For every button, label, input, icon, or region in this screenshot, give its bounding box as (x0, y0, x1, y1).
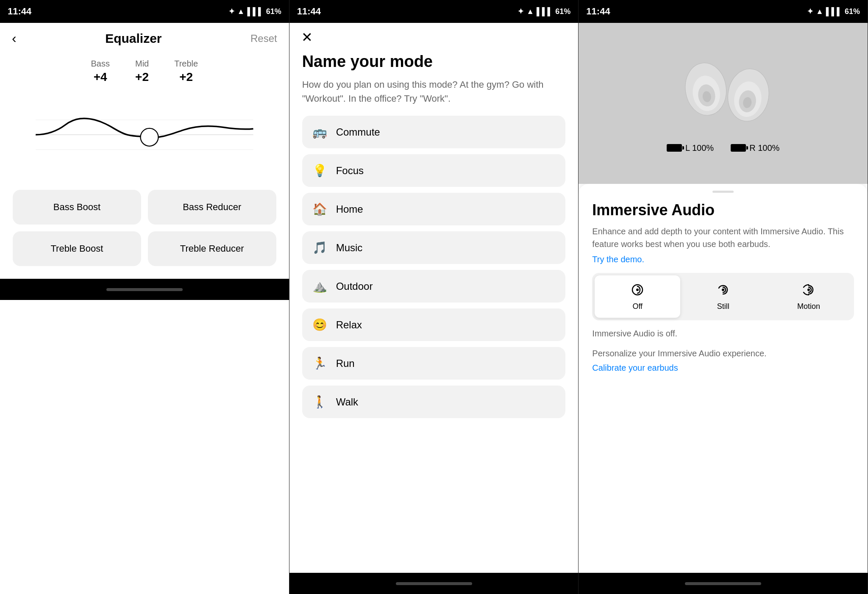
panel-equalizer: 11:44 ✦ ▲ ▌▌▌ 61% ‹ Equalizer Reset Bass… (0, 0, 289, 594)
mode-item-commute[interactable]: 🚌 Commute (302, 116, 566, 148)
mode-label-run: Run (336, 358, 355, 369)
home-bar-3 (685, 582, 761, 585)
signal-icon-2: ▌▌▌ (537, 7, 553, 16)
mode-icon-walk: 🚶 (312, 395, 328, 409)
audio-icon-off (630, 282, 645, 300)
sheet-handle (712, 191, 734, 193)
eq-stats: Bass +4 Mid +2 Treble +2 (0, 50, 289, 88)
mid-label: Mid (135, 59, 149, 69)
eq-mid-stat: Mid +2 (135, 59, 149, 84)
status-icons-2: ✦ ▲ ▌▌▌ 61% (517, 7, 570, 16)
mode-icon-relax: 😊 (312, 318, 328, 332)
bluetooth-icon-3: ✦ (807, 7, 813, 16)
battery-text-1: 61% (266, 7, 281, 16)
home-bar-2 (396, 582, 472, 585)
reset-button[interactable]: Reset (250, 33, 277, 44)
svg-point-14 (722, 289, 724, 291)
mode-label-relax: Relax (336, 319, 362, 331)
mode-item-home[interactable]: 🏠 Home (302, 193, 566, 225)
audio-toggle: Off Still Motion (592, 273, 854, 320)
page-title-equalizer: Equalizer (105, 31, 161, 46)
mode-icon-music: 🎵 (312, 241, 328, 255)
svg-point-15 (807, 289, 810, 291)
name-mode-description: How do you plan on using this mode? At t… (302, 78, 566, 105)
eq-bass-stat: Bass +4 (91, 59, 110, 84)
audio-label-off: Off (632, 302, 643, 311)
mode-label-focus: Focus (336, 165, 364, 177)
name-mode-content: Name your mode How do you plan on using … (289, 48, 579, 573)
mode-list: 🚌 Commute 💡 Focus 🏠 Home 🎵 Music ⛰️ Outd… (302, 116, 566, 418)
immersive-description: Enhance and add depth to your content wi… (592, 225, 854, 250)
mode-item-music[interactable]: 🎵 Music (302, 231, 566, 264)
home-indicator-2 (289, 573, 579, 594)
panel-name-mode: 11:44 ✦ ▲ ▌▌▌ 61% ✕ Name your mode How d… (289, 0, 579, 594)
right-battery: R 100% (731, 143, 779, 153)
battery-text-2: 61% (555, 7, 570, 16)
eq-header: ‹ Equalizer Reset (0, 23, 289, 50)
name-mode-title: Name your mode (302, 53, 566, 71)
battery-indicators: L 100% R 100% (667, 143, 779, 153)
audio-option-motion[interactable]: Motion (766, 275, 851, 318)
preset-bass-reducer[interactable]: Bass Reducer (148, 190, 276, 225)
mid-value: +2 (135, 70, 149, 84)
wifi-icon-2: ▲ (526, 7, 534, 16)
mode-icon-home: 🏠 (312, 202, 328, 216)
right-battery-label: R 100% (749, 143, 779, 153)
bluetooth-icon-2: ✦ (517, 7, 524, 16)
status-bar-1: 11:44 ✦ ▲ ▌▌▌ 61% (0, 0, 289, 23)
bass-value: +4 (94, 70, 107, 84)
audio-icon-motion (801, 282, 816, 300)
mode-label-home: Home (336, 203, 363, 215)
mode-item-walk[interactable]: 🚶 Walk (302, 386, 566, 418)
mode-item-focus[interactable]: 💡 Focus (302, 154, 566, 187)
audio-option-still[interactable]: Still (680, 275, 766, 318)
signal-icon-3: ▌▌▌ (826, 7, 842, 16)
left-battery-icon (667, 144, 682, 152)
eq-presets: Bass Boost Bass Reducer Treble Boost Tre… (0, 181, 289, 279)
wifi-icon-3: ▲ (816, 7, 823, 16)
status-bar-2: 11:44 ✦ ▲ ▌▌▌ 61% (289, 0, 579, 23)
mode-label-walk: Walk (336, 396, 358, 408)
close-button[interactable]: ✕ (301, 31, 313, 44)
earbuds-svg (655, 54, 791, 139)
mode-item-relax[interactable]: 😊 Relax (302, 308, 566, 341)
treble-value: +2 (179, 70, 193, 84)
audio-status: Immersive Audio is off. (592, 329, 854, 339)
mode-icon-run: 🏃 (312, 356, 328, 370)
battery-text-3: 61% (845, 7, 860, 16)
bottom-sheet: Immersive Audio Enhance and add depth to… (579, 184, 868, 573)
mode-label-outdoor: Outdoor (336, 280, 373, 292)
earbud-image-area: L 100% R 100% (579, 23, 868, 184)
mode-icon-outdoor: ⛰️ (312, 279, 328, 293)
panel-immersive-audio: 11:44 ✦ ▲ ▌▌▌ 61% (579, 0, 868, 594)
status-bar-3: 11:44 ✦ ▲ ▌▌▌ 61% (579, 0, 868, 23)
left-battery-label: L 100% (685, 143, 714, 153)
treble-label: Treble (174, 59, 198, 69)
left-battery: L 100% (667, 143, 714, 153)
preset-treble-boost[interactable]: Treble Boost (13, 231, 141, 266)
mode-icon-commute: 🚌 (312, 125, 328, 139)
personalize-text: Personalize your Immersive Audio experie… (592, 347, 854, 360)
calibrate-link[interactable]: Calibrate your earbuds (592, 363, 678, 372)
mode-icon-focus: 💡 (312, 164, 328, 178)
name-mode-header: ✕ (289, 23, 579, 48)
mode-item-outdoor[interactable]: ⛰️ Outdoor (302, 270, 566, 303)
status-icons-1: ✦ ▲ ▌▌▌ 61% (228, 7, 281, 16)
bass-label: Bass (91, 59, 110, 69)
back-button[interactable]: ‹ (12, 31, 17, 46)
preset-treble-reducer[interactable]: Treble Reducer (148, 231, 276, 266)
preset-bass-boost[interactable]: Bass Boost (13, 190, 141, 225)
signal-icon: ▌▌▌ (247, 7, 263, 16)
try-demo-link[interactable]: Try the demo. (592, 255, 854, 264)
audio-icon-still (715, 282, 731, 300)
audio-option-off[interactable]: Off (595, 275, 680, 318)
eq-curve[interactable] (0, 88, 289, 181)
home-indicator-1 (0, 279, 289, 300)
mode-item-run[interactable]: 🏃 Run (302, 347, 566, 380)
status-time-3: 11:44 (586, 6, 610, 17)
svg-point-13 (636, 289, 639, 291)
mode-label-music: Music (336, 242, 363, 254)
eq-curve-svg (8, 105, 281, 164)
audio-label-still: Still (717, 302, 729, 311)
right-battery-icon (731, 144, 746, 152)
